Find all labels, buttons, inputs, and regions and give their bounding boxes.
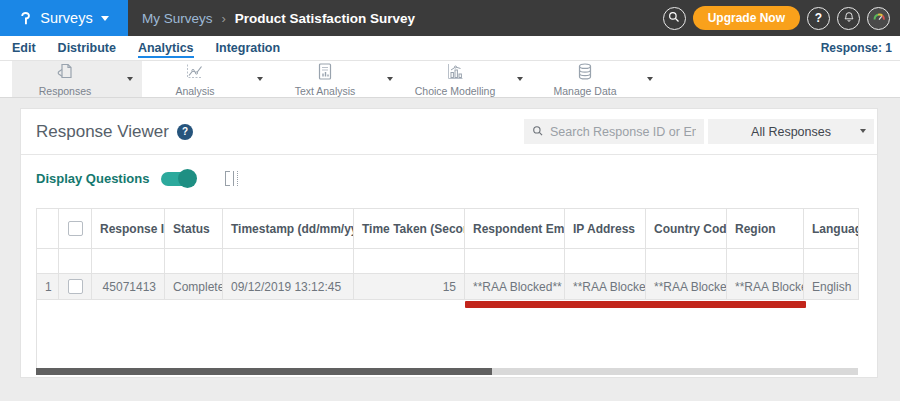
search-button[interactable] — [663, 7, 686, 30]
tab-analytics[interactable]: Analytics — [138, 41, 194, 55]
col-header-select[interactable] — [59, 209, 92, 249]
col-header-email[interactable]: Respondent Email — [465, 209, 565, 249]
notifications-button[interactable] — [837, 7, 860, 30]
toolbar-item-label: Text Analysis — [295, 85, 356, 97]
filter-cell-time_taken[interactable] — [354, 249, 465, 274]
toolbar-item-label: Responses — [39, 85, 92, 97]
table-header-row: Response IDStatusTimestamp (dd/mm/yyyy)⇅… — [37, 209, 859, 249]
col-header-ip[interactable]: IP Address — [565, 209, 646, 249]
filter-cell-email[interactable] — [465, 249, 565, 274]
response-search-box — [524, 119, 704, 144]
tab-integration[interactable]: Integration — [216, 41, 281, 55]
col-header-label: Time Taken (Seconds) — [362, 222, 465, 236]
col-header-label: IP Address — [573, 222, 635, 236]
toolbar-item-main[interactable]: Manage Data — [532, 61, 638, 97]
toolbar-item-responses[interactable]: Responses — [12, 61, 142, 97]
filter-cell-timestamp[interactable] — [223, 249, 354, 274]
toolbar-item-manage-data[interactable]: Manage Data — [532, 61, 662, 97]
col-header-response_id[interactable]: Response ID — [92, 209, 165, 249]
manage-data-dropdown-caret[interactable] — [638, 61, 662, 97]
nav-tabs: EditDistributeAnalyticsIntegration — [12, 41, 280, 55]
chevron-down-icon — [101, 16, 109, 21]
response-viewer-panel: Response Viewer ? All Responses Display … — [20, 108, 878, 378]
row-checkbox[interactable] — [68, 279, 83, 294]
table-row: 145071413Completed09/12/2019 13:12:4515*… — [37, 274, 859, 300]
manage-data-icon — [575, 63, 595, 84]
cell-region: **RAA Blocked** — [727, 274, 804, 300]
search-response-input[interactable] — [550, 125, 696, 139]
tab-distribute[interactable]: Distribute — [58, 41, 116, 55]
search-icon — [532, 123, 544, 141]
col-header-label: Respondent Email — [473, 222, 565, 236]
top-bar: Surveys My Surveys › Product Satisfactio… — [0, 0, 900, 36]
cell-ip: **RAA Blocked** — [565, 274, 646, 300]
help-button[interactable]: ? — [807, 7, 830, 30]
filter-cell-region[interactable] — [727, 249, 804, 274]
upgrade-now-button[interactable]: Upgrade Now — [693, 6, 800, 30]
analysis-dropdown-caret[interactable] — [248, 61, 272, 97]
cell-status: Completed — [165, 274, 223, 300]
filter-cell-status[interactable] — [165, 249, 223, 274]
filter-cell-select — [59, 249, 92, 274]
cell-rownum: 1 — [37, 274, 59, 300]
horizontal-scrollbar[interactable] — [36, 368, 858, 375]
gauge-avatar-icon — [871, 8, 887, 28]
toolbar-item-main[interactable]: Choice Modelling — [402, 61, 508, 97]
response-viewer-help-icon[interactable]: ? — [177, 124, 193, 140]
filter-cell-ip[interactable] — [565, 249, 646, 274]
responses-dropdown-caret[interactable] — [118, 61, 142, 97]
redaction-highlight — [465, 301, 806, 308]
text-analysis-dropdown-caret[interactable] — [378, 61, 402, 97]
col-header-time_taken[interactable]: Time Taken (Seconds)⇅ — [354, 209, 465, 249]
toolbar-item-main[interactable]: Text Analysis — [272, 61, 378, 97]
select-all-checkbox[interactable] — [68, 221, 83, 236]
toolbar-item-label: Manage Data — [553, 85, 616, 97]
col-header-language[interactable]: Language — [804, 209, 859, 249]
cell-email: **RAA Blocked** — [465, 274, 565, 300]
freeze-columns-icon[interactable] — [225, 171, 238, 186]
response-count-label: Response: 1 — [821, 41, 892, 55]
surveys-product-menu[interactable]: Surveys — [0, 0, 128, 36]
panel-header-actions: All Responses — [524, 119, 874, 144]
col-header-timestamp[interactable]: Timestamp (dd/mm/yyyy)⇅ — [223, 209, 354, 249]
toolbar-item-choice-modelling[interactable]: Choice Modelling — [402, 61, 532, 97]
col-header-rownum[interactable] — [37, 209, 59, 249]
col-header-region[interactable]: Region — [727, 209, 804, 249]
cell-response_id[interactable]: 45071413 — [92, 274, 165, 300]
toolbar-item-analysis[interactable]: Analysis — [142, 61, 272, 97]
chevron-down-icon — [860, 129, 866, 133]
col-header-label: Response ID — [100, 222, 165, 236]
breadcrumb-current-survey: Product Satisfaction Survey — [235, 11, 415, 26]
toolbar-item-text-analysis[interactable]: Text Analysis — [272, 61, 402, 97]
filter-cell-country[interactable] — [646, 249, 727, 274]
col-header-label: Status — [173, 222, 210, 236]
tab-edit[interactable]: Edit — [12, 41, 36, 55]
filter-cell-language[interactable] — [804, 249, 859, 274]
toolbar-item-main[interactable]: Responses — [12, 61, 118, 97]
tab-label: Analytics — [138, 41, 194, 58]
breadcrumb: My Surveys › Product Satisfaction Survey — [142, 11, 415, 26]
filter-cell-rownum — [37, 249, 59, 274]
display-questions-toggle[interactable] — [161, 172, 195, 186]
panel-header: Response Viewer ? All Responses — [21, 109, 877, 155]
user-avatar-button[interactable] — [867, 7, 890, 30]
cell-time_taken: 15 — [354, 274, 465, 300]
toggle-knob — [178, 169, 197, 188]
col-header-country[interactable]: Country Code — [646, 209, 727, 249]
product-label: Surveys — [40, 10, 92, 26]
responses-filter-dropdown[interactable]: All Responses — [708, 119, 874, 144]
col-header-status[interactable]: Status — [165, 209, 223, 249]
horizontal-scrollbar-thumb[interactable] — [36, 368, 492, 375]
choice-modelling-dropdown-caret[interactable] — [508, 61, 532, 97]
grid-controls: Display Questions — [36, 171, 238, 186]
bracket-glyph — [225, 171, 230, 186]
page: { "topbar": { "product": "Surveys", "bre… — [0, 0, 900, 401]
col-header-label: Language — [812, 222, 859, 236]
filter-cell-response_id[interactable] — [92, 249, 165, 274]
table-filter-row — [37, 249, 859, 274]
toolbar-item-main[interactable]: Analysis — [142, 61, 248, 97]
tab-label: Distribute — [58, 41, 116, 56]
responses-filter-value: All Responses — [751, 125, 831, 139]
breadcrumb-my-surveys[interactable]: My Surveys — [142, 11, 213, 26]
toolbar-item-label: Analysis — [175, 85, 214, 97]
